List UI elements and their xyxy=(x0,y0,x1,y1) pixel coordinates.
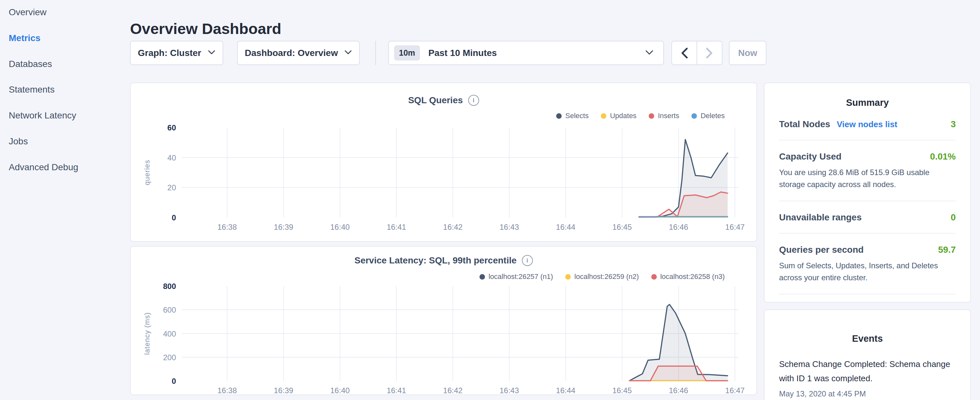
time-range-dropdown[interactable]: 10m Past 10 Minutes xyxy=(388,41,664,65)
time-step-button-group xyxy=(671,41,722,65)
x-tick-label: 16:42 xyxy=(443,223,463,231)
x-tick-label: 16:44 xyxy=(556,386,575,395)
sql-queries-plot[interactable]: 16:3816:3916:4016:4116:4216:4316:4416:45… xyxy=(131,119,757,242)
x-tick-label: 16:46 xyxy=(669,223,688,231)
summary-row-value: 59.7 xyxy=(938,245,956,255)
y-tick-label: 0 xyxy=(172,377,176,386)
legend-dot-icon xyxy=(649,113,654,119)
legend-dot-icon xyxy=(556,113,562,119)
x-tick-label: 16:39 xyxy=(274,223,293,231)
y-tick-label: 800 xyxy=(163,282,176,291)
legend-dot-icon xyxy=(601,113,606,119)
sidebar-item-jobs[interactable]: Jobs xyxy=(9,137,28,146)
x-tick-label: 16:45 xyxy=(612,386,632,395)
y-tick-label: 40 xyxy=(167,153,176,162)
time-range-badge: 10m xyxy=(394,45,420,61)
x-tick-label: 16:43 xyxy=(500,386,519,395)
sidebar-item-metrics[interactable]: Metrics xyxy=(9,33,40,43)
x-tick-label: 16:39 xyxy=(274,386,293,395)
event-list-item[interactable]: Schema Change Completed: Schema change w… xyxy=(765,357,970,398)
divider xyxy=(779,201,956,201)
y-axis-title: latency (ms) xyxy=(143,312,151,355)
y-tick-label: 400 xyxy=(163,330,176,338)
view-nodes-list-link[interactable]: View nodes list xyxy=(837,120,897,129)
x-tick-label: 16:41 xyxy=(387,386,406,395)
summary-panel: Summary Total Nodes View nodes list 3 Ca… xyxy=(764,83,971,303)
x-tick-label: 16:47 xyxy=(725,223,745,231)
x-tick-label: 16:45 xyxy=(612,223,632,231)
legend-dot-icon xyxy=(565,274,571,280)
summary-row-qps: Queries per second 59.7 xyxy=(779,245,956,255)
now-button-label: Now xyxy=(738,48,757,58)
summary-row-label: Unavailable ranges xyxy=(779,212,862,223)
sidebar-item-overview[interactable]: Overview xyxy=(9,8,46,17)
x-tick-label: 16:42 xyxy=(443,386,463,395)
chevron-down-icon xyxy=(645,50,654,56)
y-tick-label: 600 xyxy=(163,306,176,314)
x-tick-label: 16:46 xyxy=(669,386,688,395)
page-title: Overview Dashboard xyxy=(130,20,282,38)
y-axis-title: queries xyxy=(143,159,151,185)
step-back-button[interactable] xyxy=(672,41,697,64)
now-button[interactable]: Now xyxy=(729,41,767,65)
summary-row-value: 0.01% xyxy=(930,151,956,162)
chart-title: SQL Queries xyxy=(408,95,463,105)
db-console-page: OverviewMetricsDatabasesStatementsNetwor… xyxy=(0,0,980,400)
summary-row-value: 3 xyxy=(951,119,956,129)
divider xyxy=(779,294,956,295)
sidebar-item-statements[interactable]: Statements xyxy=(9,85,55,94)
y-tick-label: 0 xyxy=(172,213,176,222)
summary-row-description: Sum of Selects, Updates, Inserts, and De… xyxy=(779,260,956,284)
x-tick-label: 16:43 xyxy=(500,223,519,231)
event-text: Schema Change Completed: Schema change w… xyxy=(779,357,956,386)
x-tick-label: 16:40 xyxy=(330,386,350,395)
y-tick-label: 20 xyxy=(167,183,176,192)
dashboard-dropdown[interactable]: Dashboard: Overview xyxy=(237,41,360,65)
time-range-label: Past 10 Minutes xyxy=(428,48,645,58)
legend-dot-icon xyxy=(691,113,697,119)
x-tick-label: 16:40 xyxy=(330,223,350,231)
service-latency-plot[interactable]: 16:3816:3916:4016:4116:4216:4316:4416:45… xyxy=(131,279,757,395)
x-tick-label: 16:41 xyxy=(387,223,406,231)
dashboard-dropdown-label: Dashboard: Overview xyxy=(245,48,338,58)
summary-row-capacity: Capacity Used 0.01% xyxy=(779,151,956,162)
info-icon[interactable]: i xyxy=(522,255,533,266)
divider xyxy=(779,233,956,234)
x-tick-label: 16:44 xyxy=(556,223,575,231)
x-tick-label: 16:47 xyxy=(725,386,745,395)
graph-scope-label: Graph: Cluster xyxy=(138,48,201,58)
toolbar-divider xyxy=(375,41,376,65)
x-tick-label: 16:38 xyxy=(217,386,237,395)
divider xyxy=(779,140,956,140)
sidebar-item-advanced-debug[interactable]: Advanced Debug xyxy=(9,163,78,172)
summary-row-unavailable-ranges: Unavailable ranges 0 xyxy=(779,212,956,223)
sql-queries-chart-card: SQL Queriesi SelectsUpdatesInsertsDelete… xyxy=(130,83,757,242)
chart-title: Service Latency: SQL, 99th percentile xyxy=(354,255,516,265)
sidebar-item-network-latency[interactable]: Network Latency xyxy=(9,111,76,120)
summary-row-label: Capacity Used xyxy=(779,151,842,162)
chevron-down-icon xyxy=(344,50,352,56)
service-latency-chart-card: Service Latency: SQL, 99th percentilei l… xyxy=(130,246,757,395)
chevron-down-icon xyxy=(208,50,215,56)
graph-scope-dropdown[interactable]: Graph: Cluster xyxy=(130,41,223,65)
events-panel: Events Schema Change Completed: Schema c… xyxy=(764,309,971,400)
summary-row-label: Total Nodes xyxy=(779,119,830,129)
summary-row-value: 0 xyxy=(951,212,956,223)
info-icon[interactable]: i xyxy=(468,95,479,106)
sidebar-item-databases[interactable]: Databases xyxy=(9,59,52,69)
y-tick-label: 200 xyxy=(163,353,176,362)
y-tick-label: 60 xyxy=(167,123,176,132)
x-tick-label: 16:38 xyxy=(217,223,237,231)
legend-dot-icon xyxy=(479,274,485,280)
summary-row-description: You are using 28.6 MiB of 515.9 GiB usab… xyxy=(779,166,956,190)
summary-row-total-nodes: Total Nodes View nodes list 3 xyxy=(779,119,956,129)
summary-title: Summary xyxy=(765,97,970,108)
sidebar-nav: OverviewMetricsDatabasesStatementsNetwor… xyxy=(0,0,129,400)
events-title: Events xyxy=(765,333,970,344)
step-forward-button[interactable] xyxy=(697,41,722,64)
legend-dot-icon xyxy=(651,274,657,280)
event-timestamp: May 13, 2020 at 4:45 PM xyxy=(779,389,956,398)
summary-row-label: Queries per second xyxy=(779,245,864,255)
